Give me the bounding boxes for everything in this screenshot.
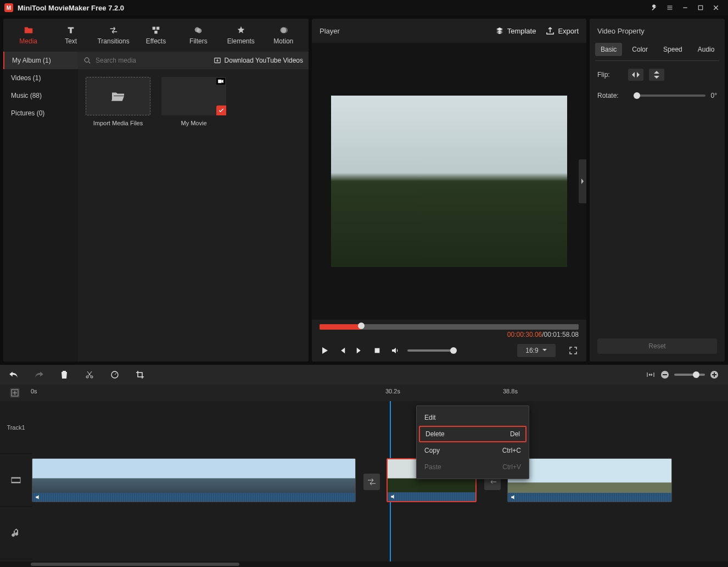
aspect-ratio-select[interactable]: 16:9	[517, 344, 556, 357]
ctx-edit-label: Edit	[424, 414, 436, 421]
app-logo: M	[4, 3, 13, 12]
download-icon	[214, 57, 221, 64]
player-seekbar[interactable]	[320, 324, 579, 330]
context-menu: Edit DeleteDel CopyCtrl+C PasteCtrl+V	[416, 405, 529, 479]
timeline-ruler[interactable]: 0s 30.2s 38.8s	[0, 385, 728, 401]
tick-30: 30.2s	[385, 388, 400, 394]
maximize-icon[interactable]	[693, 2, 708, 14]
svg-rect-11	[375, 348, 380, 353]
track-header-1[interactable]: Track1	[0, 401, 32, 454]
tab-filters-label: Filters	[189, 37, 208, 45]
crop-button[interactable]	[135, 370, 145, 380]
flip-vertical-button[interactable]	[649, 69, 664, 81]
ctx-copy[interactable]: CopyCtrl+C	[419, 442, 527, 459]
search-input[interactable]	[96, 57, 183, 64]
delete-button[interactable]	[59, 370, 69, 380]
clip-1[interactable]	[32, 458, 356, 502]
download-youtube-button[interactable]: Download YouTube Videos	[214, 57, 303, 64]
ctx-edit[interactable]: Edit	[419, 409, 527, 426]
rotate-value: 0°	[711, 92, 717, 99]
ctx-copy-shortcut: Ctrl+C	[502, 447, 521, 454]
properties-title: Video Property	[590, 19, 725, 43]
prop-tab-speed[interactable]: Speed	[658, 43, 688, 56]
folder-open-icon	[110, 90, 126, 102]
fit-timeline-button[interactable]	[646, 370, 656, 380]
tab-transitions[interactable]: Transitions	[93, 20, 134, 51]
speaker-icon	[35, 494, 41, 501]
prop-tab-audio[interactable]: Audio	[692, 43, 720, 56]
import-media-tile[interactable]: Import Media Files	[86, 77, 150, 126]
svg-point-8	[85, 58, 89, 62]
minimize-icon[interactable]	[677, 2, 693, 14]
sidebar-item-videos[interactable]: Videos (1)	[3, 69, 78, 87]
ctx-delete[interactable]: DeleteDel	[419, 426, 527, 442]
chevron-down-icon	[542, 348, 547, 353]
clip-3[interactable]	[507, 458, 672, 502]
media-sidebar: My Album (1) Videos (1) Music (88) Pictu…	[3, 52, 78, 362]
tab-transitions-label: Transitions	[97, 37, 129, 45]
close-icon[interactable]	[708, 2, 724, 14]
sidebar-item-music[interactable]: Music (88)	[3, 87, 78, 104]
speed-button[interactable]	[110, 370, 120, 380]
reset-button[interactable]: Reset	[597, 338, 717, 354]
aspect-ratio-value: 16:9	[525, 347, 538, 354]
check-icon	[216, 105, 226, 115]
volume-slider[interactable]	[407, 349, 457, 352]
stop-button[interactable]	[372, 346, 382, 355]
svg-rect-10	[218, 80, 221, 83]
tab-text[interactable]: Text	[50, 20, 91, 51]
ctx-paste: PasteCtrl+V	[419, 459, 527, 475]
key-icon[interactable]	[647, 2, 662, 14]
prop-tab-basic[interactable]: Basic	[595, 43, 622, 56]
motion-icon	[278, 25, 288, 35]
add-track-button[interactable]	[10, 388, 20, 398]
video-track-icon	[11, 476, 21, 484]
titlebar: M MiniTool MovieMaker Free 7.2.0	[0, 0, 728, 15]
redo-button[interactable]	[34, 370, 44, 380]
media-clip-mymovie[interactable]: My Movie	[161, 77, 226, 126]
media-thumbnails: Import Media Files My Movie	[78, 69, 309, 362]
svg-rect-0	[698, 5, 703, 10]
tab-effects[interactable]: Effects	[135, 20, 176, 51]
rotate-label: Rotate:	[597, 92, 628, 99]
tab-filters[interactable]: Filters	[178, 20, 219, 51]
rotate-slider[interactable]	[634, 94, 705, 97]
svg-point-5	[197, 28, 202, 33]
zoom-out-button[interactable]	[660, 370, 670, 380]
tab-elements[interactable]: Elements	[220, 20, 261, 51]
menu-icon[interactable]	[662, 2, 677, 14]
svg-rect-20	[12, 482, 20, 483]
transition-slot-1[interactable]	[363, 474, 380, 490]
volume-button[interactable]	[390, 346, 400, 355]
sidebar-item-pictures[interactable]: Pictures (0)	[3, 104, 78, 122]
video-badge-icon	[216, 78, 225, 85]
tab-elements-label: Elements	[227, 37, 255, 45]
flip-horizontal-button[interactable]	[628, 69, 643, 81]
track-body[interactable]: Edit DeleteDel CopyCtrl+C PasteCtrl+V	[32, 401, 728, 562]
zoom-in-button[interactable]	[709, 370, 719, 380]
split-button[interactable]	[85, 370, 94, 380]
tab-motion[interactable]: Motion	[263, 20, 304, 51]
next-frame-button[interactable]	[355, 346, 365, 355]
expand-properties-handle[interactable]	[579, 159, 586, 203]
tab-media-label: Media	[19, 37, 37, 45]
tab-text-label: Text	[65, 37, 77, 45]
svg-point-12	[86, 376, 88, 378]
track-header-video[interactable]	[0, 454, 32, 507]
flip-label: Flip:	[597, 71, 628, 79]
timeline-tickarea: 0s 30.2s 38.8s	[31, 385, 728, 401]
zoom-slider[interactable]	[674, 374, 705, 376]
play-button[interactable]	[320, 346, 329, 355]
undo-button[interactable]	[9, 370, 19, 380]
track-header-audio[interactable]	[0, 507, 32, 559]
tab-media[interactable]: Media	[8, 20, 49, 51]
prev-frame-button[interactable]	[337, 346, 347, 355]
sidebar-item-album[interactable]: My Album (1)	[3, 52, 78, 69]
download-youtube-label: Download YouTube Videos	[225, 57, 303, 64]
svg-point-13	[91, 376, 93, 378]
template-button[interactable]: Template	[495, 26, 536, 35]
prop-tab-color[interactable]: Color	[626, 43, 653, 56]
timeline-scrollbar[interactable]	[0, 562, 728, 567]
export-button[interactable]: Export	[546, 26, 579, 35]
fullscreen-button[interactable]	[568, 345, 579, 356]
